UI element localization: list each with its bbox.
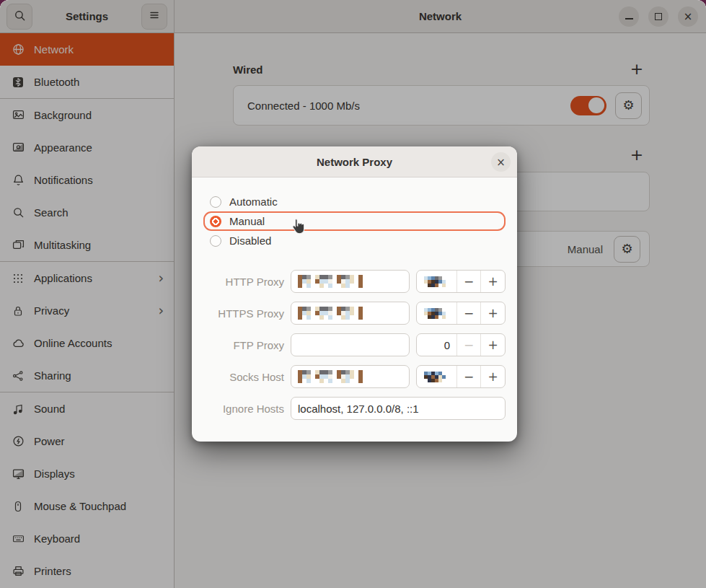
- socks-host-input[interactable]: [291, 365, 410, 388]
- redacted-host-value: [298, 275, 363, 288]
- https-proxy-label: HTTPS Proxy: [203, 307, 284, 320]
- dialog-close-button[interactable]: ×: [491, 152, 511, 172]
- settings-window: Settings Network × Network Bluetooth: [0, 0, 706, 588]
- http-proxy-label: HTTP Proxy: [203, 276, 284, 288]
- spin-minus-button[interactable]: −: [457, 366, 481, 387]
- http-proxy-row: HTTP Proxy − +: [203, 270, 506, 293]
- redacted-host-value: [298, 370, 363, 383]
- minus-icon: −: [464, 274, 474, 289]
- dialog-body: Automatic Manual Disabled HTTP Proxy − +: [192, 177, 517, 420]
- ftp-proxy-label: FTP Proxy: [203, 339, 284, 351]
- spin-minus-button[interactable]: −: [457, 271, 481, 292]
- ignore-hosts-input[interactable]: localhost, 127.0.0.0/8, ::1: [291, 397, 506, 420]
- redacted-port-value: [424, 308, 449, 319]
- spin-plus-button[interactable]: +: [481, 302, 505, 324]
- minus-icon: −: [464, 338, 474, 352]
- plus-icon: +: [487, 274, 498, 289]
- port-value[interactable]: [417, 302, 457, 324]
- ftp-proxy-port-spinner: 0 − +: [416, 333, 506, 356]
- spin-plus-button[interactable]: +: [481, 366, 505, 387]
- spin-minus-button[interactable]: −: [457, 334, 481, 356]
- port-value[interactable]: [417, 366, 457, 387]
- redacted-port-value: [424, 276, 449, 287]
- spin-minus-button[interactable]: −: [457, 302, 481, 324]
- spin-plus-button[interactable]: +: [481, 334, 505, 356]
- http-proxy-port-spinner: − +: [416, 270, 506, 293]
- dialog-headerbar: Network Proxy ×: [192, 146, 517, 177]
- proxy-option-automatic[interactable]: Automatic: [203, 192, 506, 211]
- proxy-option-disabled[interactable]: Disabled: [203, 231, 506, 250]
- radio-label: Automatic: [229, 196, 278, 208]
- network-proxy-dialog: Network Proxy × Automatic Manual Disable…: [192, 146, 517, 442]
- radio-icon: [210, 196, 221, 208]
- http-proxy-host-input[interactable]: [291, 270, 410, 293]
- redacted-host-value: [298, 307, 363, 320]
- socks-host-row: Socks Host − +: [203, 365, 506, 388]
- plus-icon: +: [487, 338, 498, 352]
- https-proxy-row: HTTPS Proxy − +: [203, 302, 506, 325]
- socks-port-spinner: − +: [416, 365, 506, 388]
- minus-icon: −: [464, 306, 474, 320]
- plus-icon: +: [487, 306, 498, 320]
- https-proxy-port-spinner: − +: [416, 302, 506, 325]
- radio-label: Disabled: [229, 234, 271, 247]
- ftp-proxy-row: FTP Proxy 0 − +: [203, 333, 506, 356]
- ftp-proxy-host-input[interactable]: [291, 333, 410, 356]
- redacted-port-value: [424, 372, 449, 382]
- ignore-hosts-value: localhost, 127.0.0.0/8, ::1: [298, 403, 419, 415]
- ignore-hosts-row: Ignore Hosts localhost, 127.0.0.0/8, ::1: [203, 397, 506, 420]
- spin-plus-button[interactable]: +: [481, 271, 505, 292]
- dialog-title: Network Proxy: [317, 156, 392, 168]
- minus-icon: −: [464, 369, 474, 384]
- plus-icon: +: [487, 369, 498, 384]
- https-proxy-host-input[interactable]: [291, 302, 410, 325]
- radio-icon: [210, 235, 221, 247]
- socks-host-label: Socks Host: [203, 371, 284, 383]
- close-icon: ×: [496, 156, 506, 169]
- port-value[interactable]: 0: [417, 334, 457, 356]
- radio-label: Manual: [229, 215, 265, 227]
- port-value[interactable]: [417, 271, 457, 292]
- radio-checked-icon: [210, 216, 221, 227]
- ignore-hosts-label: Ignore Hosts: [203, 403, 284, 415]
- proxy-option-manual[interactable]: Manual: [203, 211, 506, 231]
- proxy-form: HTTP Proxy − + HTTPS Proxy − +: [203, 270, 506, 420]
